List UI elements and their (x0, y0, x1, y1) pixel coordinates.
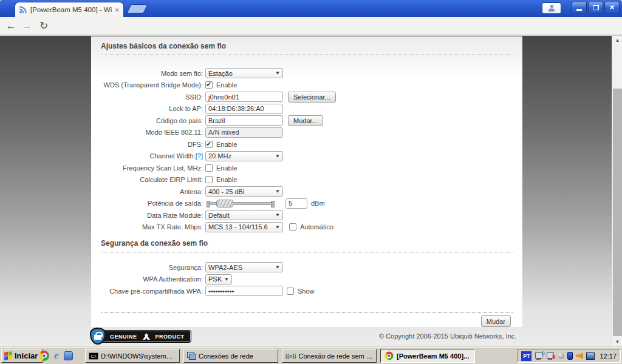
ubiquiti-favicon (19, 5, 27, 14)
task-powerbeam-browser[interactable]: [PowerBeam M5 400]... (380, 349, 475, 363)
max-tx-rate-label: Max TX Rate, Mbps: (101, 223, 205, 231)
row-ssid: SSID: Selecionar... (101, 91, 513, 103)
start-button[interactable]: Iniciar (1, 349, 43, 363)
chevron-down-icon: ▼ (275, 189, 280, 194)
channel-width-select[interactable]: 20 MHz ▼ (205, 151, 283, 161)
network-activity-tray-icon[interactable] (586, 352, 595, 360)
country-code-label: Código do país: (101, 117, 205, 124)
forward-button[interactable]: → (19, 18, 34, 34)
reload-button[interactable]: ↻ (36, 18, 51, 34)
row-wpa-key: Chave pré-compartilhada WPA: Show (101, 285, 513, 297)
wpa-key-input[interactable] (205, 286, 283, 296)
task-network-connections[interactable]: Conexões de rede (183, 349, 278, 363)
antenna-label: Antena: (101, 188, 205, 195)
wireless-network-tray-icon[interactable]: )) (535, 352, 543, 360)
chevron-down-icon: ▼ (275, 70, 280, 76)
max-tx-rate-select[interactable]: MCS 13 - 104/115.6 ▼ (205, 222, 283, 232)
start-button-label: Iniciar (15, 351, 38, 360)
battery-tray-icon[interactable] (567, 352, 573, 360)
window-titlebar: [PowerBeam M5 400] - Wirele ✕ ✕ (0, 0, 622, 17)
section-title-basic: Ajustes básicos da conexão sem fio (101, 36, 513, 55)
security-select[interactable]: WPA2-AES ▼ (205, 262, 283, 272)
ssid-select-button[interactable]: Selecionar... (288, 92, 336, 103)
ssid-input[interactable] (205, 92, 283, 102)
dfs-option-label: Enable (216, 141, 237, 148)
new-tab-button[interactable] (127, 4, 148, 13)
eirp-limit-checkbox[interactable] (205, 176, 213, 183)
dfs-checkbox[interactable] (205, 141, 213, 148)
chrome-icon[interactable] (39, 351, 49, 361)
wds-checkbox[interactable] (205, 81, 213, 89)
app-icon[interactable] (64, 351, 73, 360)
ieee-mode-input (205, 127, 283, 138)
taskbar-clock: 12:17 (600, 352, 617, 360)
show-key-label: Show (298, 288, 315, 295)
minimize-button[interactable] (572, 2, 587, 13)
freq-scan-label: Frequency Scan List, MHz: (101, 164, 205, 172)
taskbar: Iniciar e C:\ D:\WINDOWS\system32... Con… (0, 347, 622, 364)
network-disconnected-tray-icon[interactable]: ✕ (546, 352, 555, 360)
volume-knob-icon[interactable] (558, 352, 564, 359)
row-security: Segurança: WPA2-AES ▼ (101, 261, 513, 274)
restore-button[interactable] (588, 2, 603, 13)
country-change-button[interactable]: Mudar... (288, 115, 323, 126)
badge-product-text: PRODUCT (156, 334, 185, 340)
task-wireless-connection[interactable]: ((o)) Conexão de rede sem fio (282, 349, 377, 363)
minimize-icon (576, 9, 582, 11)
wpa-key-label: Chave pré-compartilhada WPA: (101, 288, 205, 295)
person-icon (549, 5, 555, 12)
row-data-rate-module: Data Rate Module: Default ▼ (101, 209, 513, 221)
security-label: Segurança: (101, 264, 205, 271)
show-key-checkbox[interactable] (287, 288, 294, 295)
close-icon: ✕ (609, 4, 615, 12)
language-indicator[interactable]: PT (521, 351, 531, 361)
internet-explorer-icon[interactable]: e (54, 349, 59, 362)
antenna-select[interactable]: 400 - 25 dBi ▼ (205, 186, 283, 197)
speaker-tray-icon[interactable] (576, 352, 583, 359)
content-panel: Ajustes básicos da conexão sem fio Modo … (91, 36, 522, 327)
row-eirp-limit: Calculate EIRP Limit: Enable (101, 174, 513, 186)
scroll-up-icon[interactable]: ▲ (612, 36, 622, 45)
row-channel-width: Channel Width:[?] 20 MHz ▼ (101, 150, 513, 163)
row-max-tx-rate: Max TX Rate, Mbps: MCS 13 - 104/115.6 ▼ … (101, 221, 513, 234)
vertical-scrollbar[interactable]: ▲ ▼ (612, 36, 622, 346)
channel-width-help-link[interactable]: [?] (196, 152, 203, 160)
ieee-mode-label: Modo IEEE 802.11: (101, 129, 205, 136)
eirp-limit-option-label: Enable (216, 176, 237, 183)
task-cmd[interactable]: C:\ D:\WINDOWS\system32... (85, 349, 180, 363)
auto-rate-checkbox[interactable] (289, 223, 296, 231)
quick-launch: e (39, 349, 73, 362)
chevron-down-icon: ▼ (275, 265, 280, 270)
wpa-auth-select[interactable]: PSK ▼ (205, 274, 232, 285)
tab-close-icon[interactable]: ✕ (115, 7, 120, 13)
chevron-down-icon: ▼ (275, 153, 280, 159)
page-viewport: Ajustes básicos da conexão sem fio Modo … (0, 36, 622, 346)
data-rate-module-label: Data Rate Module: (101, 212, 205, 219)
back-button[interactable]: ← (4, 18, 18, 34)
row-wpa-auth: WPA Authentication: PSK ▼ (101, 274, 513, 286)
slider-thumb[interactable] (216, 200, 233, 207)
chrome-icon (385, 352, 394, 360)
cmd-icon: C:\ (89, 352, 98, 360)
wds-option-label: Enable (216, 81, 237, 89)
section-title-security: Segurança da conexão sem fio (101, 239, 513, 252)
freq-scan-checkbox[interactable] (205, 164, 213, 172)
submit-change-button[interactable]: Mudar (481, 315, 511, 327)
browser-tab[interactable]: [PowerBeam M5 400] - Wirele ✕ (15, 2, 124, 17)
wireless-mode-select[interactable]: Estação ▼ (205, 68, 283, 78)
row-freq-scan: Frequency Scan List, MHz: Enable (101, 162, 513, 174)
close-button[interactable]: ✕ (604, 2, 620, 13)
lock-to-ap-input[interactable] (205, 104, 283, 114)
network-connections-icon (187, 352, 196, 360)
output-power-slider[interactable] (207, 200, 275, 207)
country-code-input[interactable] (205, 115, 283, 126)
output-power-unit: dBm (311, 200, 325, 207)
scroll-down-icon[interactable]: ▼ (612, 337, 622, 346)
profile-button[interactable] (542, 2, 561, 14)
wireless-signal-icon: ((o)) (285, 353, 296, 359)
badge-genuine-text: GENUINE (110, 334, 137, 340)
scrollbar-thumb[interactable] (613, 89, 622, 336)
output-power-input[interactable] (285, 198, 307, 209)
row-dfs: DFS: Enable (101, 138, 513, 150)
data-rate-module-select[interactable]: Default ▼ (205, 210, 283, 220)
